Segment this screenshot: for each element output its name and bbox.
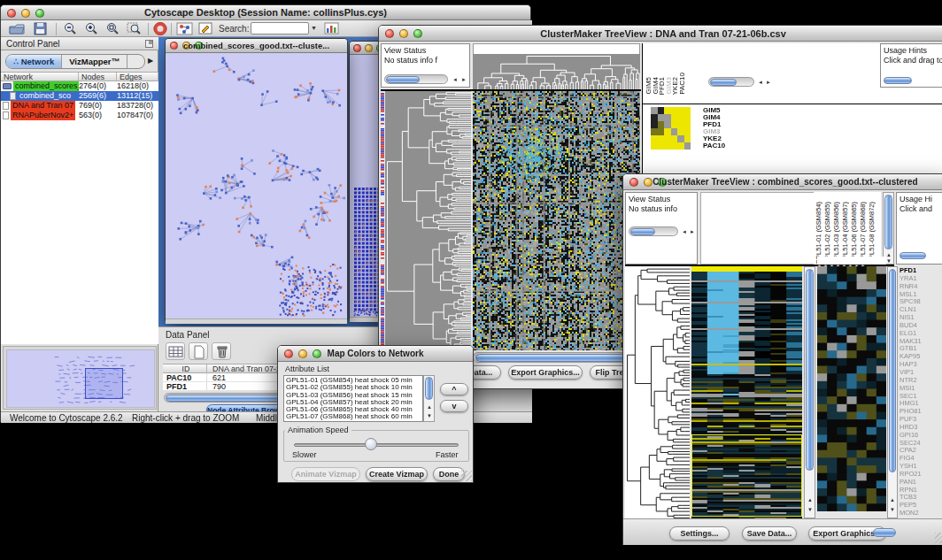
matrix-cell[interactable] bbox=[684, 135, 691, 142]
matrix-cell[interactable] bbox=[671, 128, 678, 135]
network-view-titlebar[interactable]: combined_scores_good.txt--cluste... bbox=[166, 39, 347, 53]
scroll-left-icon[interactable]: ◄ bbox=[452, 77, 458, 82]
gene-hscrollbar-thumb[interactable] bbox=[873, 528, 896, 537]
help-ring-icon[interactable] bbox=[153, 22, 171, 36]
new-attribute-icon[interactable] bbox=[189, 342, 208, 360]
table-grid-icon[interactable] bbox=[166, 342, 185, 360]
move-up-button[interactable]: ^ bbox=[440, 383, 468, 395]
open-file-icon[interactable] bbox=[8, 22, 26, 36]
annotation-icon[interactable] bbox=[197, 22, 215, 36]
tv2-status-scrollbar[interactable] bbox=[629, 226, 678, 236]
matrix-cell[interactable] bbox=[651, 135, 658, 142]
tv2-settings-button[interactable]: Settings... bbox=[669, 526, 730, 541]
matrix-cell[interactable] bbox=[664, 128, 671, 135]
network-row[interactable]: RNAPuberNov2+563(0)107847(0) bbox=[1, 111, 158, 120]
attribute-list-scrollbar[interactable]: ▲ ▼ bbox=[423, 375, 435, 422]
matrix-cell[interactable] bbox=[671, 107, 678, 114]
tab-vizmapper[interactable]: VizMapper™ bbox=[62, 55, 127, 68]
scroll-up-icon[interactable]: ▲ bbox=[427, 404, 432, 410]
network-nodes-icon[interactable] bbox=[176, 22, 194, 36]
matrix-cell[interactable] bbox=[651, 107, 658, 114]
attribute-item[interactable]: GPL51-07 (GSM868) heat shock 60 min bbox=[286, 413, 422, 420]
tv2-genes-vscrollbar[interactable]: ▲▼ bbox=[887, 266, 898, 518]
matrix-cell[interactable] bbox=[684, 142, 691, 150]
tab-network[interactable]: ∴ Network bbox=[6, 55, 62, 68]
minimize-icon[interactable] bbox=[365, 44, 373, 52]
attribute-item[interactable]: GPL51-03 (GSM856) heat shock 15 min bbox=[286, 392, 422, 399]
attribute-item[interactable]: GPL51-06 (GSM865) heat shock 40 min bbox=[286, 406, 422, 413]
matrix-cell[interactable] bbox=[664, 121, 671, 128]
matrix-cell[interactable] bbox=[677, 107, 684, 114]
tv2-labels-vscrollbar[interactable]: ▲▼ bbox=[883, 192, 894, 265]
matrix-cell[interactable] bbox=[677, 135, 684, 142]
animate-vizmap-button[interactable]: Animate Vizmap bbox=[291, 467, 360, 481]
scroll-right-icon[interactable]: ► bbox=[690, 229, 695, 234]
usage-scrollbar-thumb[interactable] bbox=[900, 252, 926, 259]
matrix-cell[interactable] bbox=[677, 128, 684, 135]
tv1-heatmap-hscrollbar[interactable] bbox=[473, 352, 640, 363]
create-vizmap-button[interactable]: Create Vizmap bbox=[366, 467, 428, 481]
matrix-cell[interactable] bbox=[684, 114, 691, 121]
dialog-titlebar[interactable]: Map Colors to Network bbox=[278, 346, 473, 362]
search-input[interactable] bbox=[251, 22, 309, 35]
scroll-right-icon[interactable]: ► bbox=[766, 80, 771, 85]
tv1-row-dendrogram[interactable] bbox=[385, 91, 471, 350]
tv1-zoom-hscrollbar[interactable] bbox=[708, 77, 754, 87]
matrix-cell[interactable] bbox=[664, 142, 671, 150]
tv2-heatmap-vscrollbar[interactable]: ▲▼ bbox=[804, 266, 815, 518]
network-table-header[interactable]: Network Nodes Edges bbox=[1, 72, 158, 81]
zoom-out-icon[interactable] bbox=[63, 22, 81, 36]
tab-overflow-icon[interactable]: ▶ bbox=[148, 57, 153, 65]
zoom-in-icon[interactable] bbox=[84, 22, 102, 36]
tv1-export-graphics-button[interactable]: Export Graphics... bbox=[508, 365, 583, 380]
search-dropdown-icon[interactable]: ▼ bbox=[311, 25, 317, 31]
matrix-cell[interactable] bbox=[658, 128, 665, 135]
save-session-icon[interactable] bbox=[33, 22, 50, 36]
network-row[interactable]: combined_scores_2764(0)16218(0) bbox=[1, 81, 158, 91]
matrix-cell[interactable] bbox=[671, 114, 678, 121]
gene-label[interactable]: MON2 bbox=[900, 510, 942, 518]
matrix-cell[interactable] bbox=[651, 114, 658, 121]
treeview-combined-titlebar[interactable]: ClusterMaker TreeView : combined_scores_… bbox=[623, 174, 942, 190]
move-down-button[interactable]: v bbox=[440, 400, 468, 412]
tv2-row-dendrogram[interactable] bbox=[625, 266, 690, 518]
scroll-left-icon[interactable]: ◄ bbox=[682, 229, 687, 234]
resize-grip[interactable] bbox=[461, 471, 472, 481]
matrix-cell[interactable] bbox=[651, 128, 658, 135]
done-button[interactable]: Done bbox=[433, 467, 465, 481]
matrix-cell[interactable] bbox=[671, 135, 678, 142]
treeview-dna-titlebar[interactable]: ClusterMaker TreeView : DNA and Tran 07-… bbox=[379, 26, 942, 42]
tv2-save-data-button[interactable]: Save Data... bbox=[742, 526, 797, 541]
matrix-cell[interactable] bbox=[658, 135, 665, 142]
network-row[interactable]: combined_sco2569(6)13112(15) bbox=[1, 91, 158, 101]
matrix-cell[interactable] bbox=[651, 142, 658, 150]
matrix-cell[interactable] bbox=[658, 142, 665, 150]
matrix-cell[interactable] bbox=[664, 114, 671, 121]
network-overview-canvas[interactable] bbox=[6, 349, 155, 408]
scroll-down-icon[interactable]: ▼ bbox=[427, 413, 432, 418]
matrix-cell[interactable] bbox=[671, 142, 678, 150]
attribute-item[interactable]: GPL51-02 (GSM855) heat shock 10 min bbox=[286, 384, 422, 391]
attribute-item[interactable]: GPL51-01 (GSM854) heat shock 05 min bbox=[286, 377, 422, 384]
network-view-canvas[interactable] bbox=[166, 53, 347, 318]
scroll-right-icon[interactable]: ► bbox=[461, 77, 467, 82]
zoom-selected-icon[interactable] bbox=[127, 22, 144, 36]
usage-scrollbar-thumb[interactable] bbox=[884, 77, 912, 84]
float-panel-icon[interactable] bbox=[145, 40, 153, 48]
close-icon[interactable] bbox=[353, 44, 361, 52]
matrix-cell[interactable] bbox=[677, 121, 684, 128]
matrix-cell[interactable] bbox=[684, 107, 691, 114]
delete-attribute-icon[interactable] bbox=[212, 342, 231, 360]
matrix-cell[interactable] bbox=[664, 107, 671, 114]
scroll-left-icon[interactable]: ◄ bbox=[758, 80, 763, 85]
matrix-cell[interactable] bbox=[684, 128, 691, 135]
matrix-cell[interactable] bbox=[677, 142, 684, 150]
speed-slider-thumb[interactable] bbox=[365, 438, 377, 450]
chart-tool-icon[interactable] bbox=[323, 22, 341, 36]
matrix-cell[interactable] bbox=[658, 107, 665, 114]
matrix-cell[interactable] bbox=[658, 121, 665, 128]
matrix-cell[interactable] bbox=[671, 121, 678, 128]
tv2-zoom-heatmap[interactable] bbox=[817, 266, 886, 511]
network-row[interactable]: DNA and Tran 07769(0)183728(0) bbox=[1, 101, 158, 111]
tv1-heatmap[interactable] bbox=[473, 91, 640, 350]
